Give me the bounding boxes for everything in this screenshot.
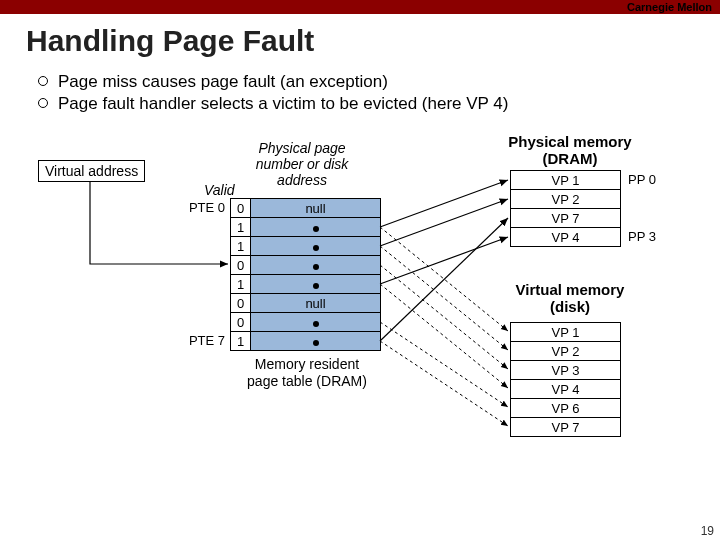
table-row: VP 6 (511, 399, 621, 418)
svg-line-7 (380, 284, 508, 388)
pp3-label: PP 3 (628, 229, 656, 244)
vm-cell: VP 4 (511, 380, 621, 399)
virt-mem-label: Virtual memory (disk) (500, 282, 640, 315)
valid-label: Valid (204, 182, 235, 198)
dot-icon (313, 340, 319, 346)
table-row: VP 4 (511, 380, 621, 399)
valid-cell: 1 (231, 237, 251, 256)
svg-line-1 (380, 199, 508, 246)
table-row: 0null (231, 294, 381, 313)
vm-cell: VP 2 (511, 342, 621, 361)
table-row: 0 (231, 313, 381, 332)
addr-cell: null (251, 294, 381, 313)
svg-line-2 (380, 237, 508, 284)
svg-line-9 (380, 341, 508, 426)
bullet-icon (38, 76, 48, 86)
dot-icon (313, 283, 319, 289)
virtual-address-box: Virtual address (38, 160, 145, 182)
dot-icon (313, 264, 319, 270)
valid-cell: 1 (231, 218, 251, 237)
virt-mem-table: VP 1 VP 2 VP 3 VP 4 VP 6 VP 7 (510, 322, 621, 437)
pte0-label: PTE 0 (185, 200, 225, 215)
table-row: VP 7 (511, 209, 621, 228)
page-table-caption: Memory resident page table (DRAM) (242, 356, 372, 390)
table-row: 1 (231, 275, 381, 294)
table-row: 0null (231, 199, 381, 218)
dot-icon (313, 245, 319, 251)
addr-cell (251, 237, 381, 256)
table-row: 1 (231, 237, 381, 256)
addr-cell (251, 313, 381, 332)
slide-title: Handling Page Fault (26, 24, 720, 58)
table-row: VP 1 (511, 171, 621, 190)
phys-mem-label: Physical memory (DRAM) (500, 134, 640, 167)
page-table: 0null 1 1 0 1 0null 0 1 (230, 198, 381, 351)
dot-icon (313, 226, 319, 232)
bullet-list: Page miss causes page fault (an exceptio… (38, 72, 720, 114)
dot-icon (313, 321, 319, 327)
valid-cell: 0 (231, 313, 251, 332)
valid-cell: 1 (231, 275, 251, 294)
phys-mem-table: VP 1 VP 2 VP 7 VP 4 (510, 170, 621, 247)
valid-cell: 0 (231, 199, 251, 218)
phys-cell: VP 4 (511, 228, 621, 247)
valid-cell: 0 (231, 256, 251, 275)
pte7-label: PTE 7 (185, 333, 225, 348)
addr-cell (251, 332, 381, 351)
phys-cell: VP 2 (511, 190, 621, 209)
svg-line-0 (380, 180, 508, 227)
table-row: 1 (231, 332, 381, 351)
vm-cell: VP 3 (511, 361, 621, 380)
table-row: 0 (231, 256, 381, 275)
list-item: Page fault handler selects a victim to b… (38, 94, 720, 114)
addr-cell (251, 256, 381, 275)
table-row: VP 3 (511, 361, 621, 380)
table-row: VP 2 (511, 342, 621, 361)
phys-cell: VP 7 (511, 209, 621, 228)
table-row: VP 7 (511, 418, 621, 437)
vm-cell: VP 1 (511, 323, 621, 342)
institution-label: Carnegie Mellon (627, 0, 712, 14)
vm-cell: VP 6 (511, 399, 621, 418)
top-bar: Carnegie Mellon (0, 0, 720, 14)
valid-cell: 0 (231, 294, 251, 313)
addr-cell (251, 218, 381, 237)
ppn-header: Physical page number or disk address (242, 140, 362, 188)
table-row: VP 1 (511, 323, 621, 342)
svg-line-6 (380, 265, 508, 369)
diagram: Virtual address Physical page number or … (20, 134, 700, 474)
table-row: 1 (231, 218, 381, 237)
vm-cell: VP 7 (511, 418, 621, 437)
addr-cell (251, 275, 381, 294)
pp0-label: PP 0 (628, 172, 656, 187)
bullet-icon (38, 98, 48, 108)
svg-line-8 (380, 322, 508, 407)
svg-line-3 (380, 218, 508, 341)
table-row: VP 2 (511, 190, 621, 209)
list-item: Page miss causes page fault (an exceptio… (38, 72, 720, 92)
addr-cell: null (251, 199, 381, 218)
page-number: 19 (701, 524, 714, 538)
table-row: VP 4 (511, 228, 621, 247)
svg-line-4 (380, 227, 508, 331)
svg-line-5 (380, 246, 508, 350)
phys-cell: VP 1 (511, 171, 621, 190)
bullet-text: Page fault handler selects a victim to b… (58, 94, 508, 114)
bullet-text: Page miss causes page fault (an exceptio… (58, 72, 388, 92)
valid-cell: 1 (231, 332, 251, 351)
